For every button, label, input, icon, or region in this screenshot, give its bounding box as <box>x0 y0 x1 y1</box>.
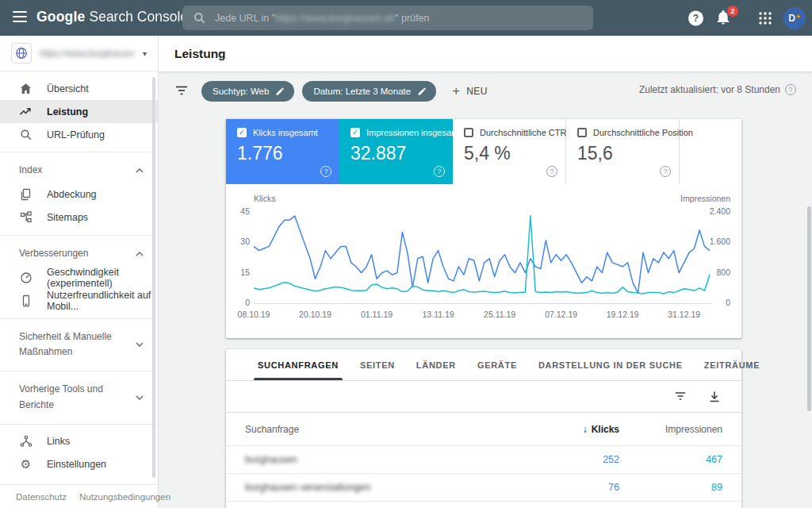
download-icon[interactable] <box>708 391 721 403</box>
logo-product: Search Console <box>89 9 188 25</box>
checkbox-icon[interactable] <box>464 128 473 137</box>
search-placeholder: Jede URL in "https://www.burghausen.at/"… <box>215 13 429 24</box>
page-title: Leistung <box>174 47 226 61</box>
tab-seiten[interactable]: SEITEN <box>360 349 395 380</box>
sidebar-item-geschwindigkeit[interactable]: Geschwindigkeit (experimentell) <box>0 267 158 290</box>
metric-card-impressionen[interactable]: ✓Impressionen insgesamt 32.887 ? <box>339 119 453 184</box>
sidebar-nav: Übersicht Leistung URL-Prüfung Index Abd… <box>0 71 158 508</box>
url-inspection-search-input[interactable]: Jede URL in "https://www.burghausen.at/"… <box>182 6 593 30</box>
checkbox-icon[interactable]: ✓ <box>237 128 247 137</box>
coverage-pages-icon <box>19 188 33 202</box>
filter-bar: Suchtyp: Web Datum: Letzte 3 Monate + NE… <box>174 79 796 104</box>
sidebar-item-leistung[interactable]: Leistung <box>0 100 158 123</box>
axis-tick-label: 1.600 <box>697 237 730 246</box>
column-header-klicks[interactable]: ↓Klicks <box>524 424 619 435</box>
series-line-Klicks <box>254 216 710 293</box>
sidebar-section-vorherige-tools[interactable]: Vorherige Tools und Berichte <box>0 377 158 418</box>
sidebar-item-uebersicht[interactable]: Übersicht <box>0 77 158 100</box>
tab-darstellung[interactable]: DARSTELLUNG IN DER SUCHE <box>538 349 683 380</box>
help-icon[interactable]: ? <box>660 166 671 177</box>
edit-pencil-icon <box>275 87 285 96</box>
sidebar-item-label: Einstellungen <box>47 459 106 470</box>
sidebar-footer: Datenschutz Nutzungsbedingungen <box>0 484 158 508</box>
metric-value: 5,4 % <box>464 143 556 164</box>
help-icon[interactable]: ? <box>688 10 703 25</box>
metric-value: 15,6 <box>577 143 669 164</box>
filter-chip-suchtyp[interactable]: Suchtyp: Web <box>201 81 294 102</box>
filter-chip-datum[interactable]: Datum: Letzte 3 Monate <box>302 81 436 102</box>
chevron-up-icon <box>136 252 144 256</box>
metric-value: 32.887 <box>350 143 443 164</box>
tab-geraete[interactable]: GERÄTE <box>477 349 517 380</box>
chevron-down-icon <box>136 395 144 400</box>
speedometer-icon <box>19 271 33 285</box>
table-tabs: SUCHANFRAGEN SEITEN LÄNDER GERÄTE DARSTE… <box>226 349 741 381</box>
sidebar-item-sitemaps[interactable]: Sitemaps <box>0 206 158 229</box>
avatar[interactable]: D+ <box>783 7 806 29</box>
plus-icon: + <box>452 83 460 99</box>
page-scrollbar[interactable] <box>807 206 811 411</box>
line-chart: Klicks Impressionen 45301502.4001.600800… <box>226 189 741 333</box>
tab-zeitraeume[interactable]: ZEITRÄUME <box>704 349 760 380</box>
google-apps-grid-icon[interactable] <box>758 11 772 25</box>
tab-suchanfragen[interactable]: SUCHANFRAGEN <box>258 349 339 380</box>
checkbox-icon[interactable]: ✓ <box>350 128 360 137</box>
axis-tick-label: 20.10.19 <box>288 310 343 319</box>
main-content: Suchtyp: Web Datum: Letzte 3 Monate + NE… <box>159 71 812 508</box>
mobile-phone-icon <box>19 294 33 308</box>
sidebar-item-einstellungen[interactable]: ⚙ Einstellungen <box>0 453 158 476</box>
axis-tick-label: 30 <box>226 237 250 246</box>
table-row[interactable]: burghausen veranstaltungen 76 89 <box>226 474 741 502</box>
axis-tick-label: 19.12.19 <box>595 310 650 319</box>
help-icon[interactable]: ? <box>785 84 796 95</box>
property-selector[interactable]: https://www.burghausen.at/ ▾ <box>0 36 158 71</box>
sidebar-item-links[interactable]: Links <box>0 430 158 453</box>
filter-list-icon[interactable] <box>174 85 189 98</box>
gear-icon: ⚙ <box>19 458 33 471</box>
sidebar-item-label: Geschwindigkeit (experimentell) <box>47 267 158 289</box>
filter-list-icon[interactable] <box>674 391 687 403</box>
axis-tick-label: 01.11.19 <box>349 310 404 319</box>
performance-chart-card: ✓Klicks insgesamt 1.776 ? ✓Impressionen … <box>226 119 741 338</box>
sidebar-item-url-pruefung[interactable]: URL-Prüfung <box>0 123 158 146</box>
column-header-impressionen[interactable]: Impressionen <box>619 424 722 435</box>
axis-tick-label: 800 <box>697 267 730 277</box>
privacy-link[interactable]: Datenschutz <box>16 492 67 502</box>
sidebar-item-mobile[interactable]: Nutzerfreundlichkeit auf Mobil... <box>0 290 158 313</box>
query-cell: burghausen <box>245 454 524 465</box>
help-icon[interactable]: ? <box>320 166 331 177</box>
sidebar-scrollbar[interactable] <box>152 77 155 478</box>
tab-laender[interactable]: LÄNDER <box>416 349 456 380</box>
terms-link[interactable]: Nutzungsbedingungen <box>79 492 170 502</box>
metric-card-ctr[interactable]: Durchschnittliche CTR 5,4 % ? <box>453 119 566 184</box>
sidebar-section-verbesserungen[interactable]: Verbesserungen <box>0 241 158 267</box>
sidebar-section-sicherheit[interactable]: Sicherheit & Manuelle Maßnahmen <box>0 325 158 366</box>
checkbox-icon[interactable] <box>577 128 587 137</box>
help-icon[interactable]: ? <box>434 166 445 177</box>
table-header-row: Suchanfrage ↓Klicks Impressionen <box>226 413 741 446</box>
metric-card-klicks[interactable]: ✓Klicks insgesamt 1.776 ? <box>226 119 339 184</box>
last-updated: Zuletzt aktualisiert: vor 8 Stunden ? <box>639 84 796 95</box>
sidebar-item-label: Leistung <box>47 106 88 117</box>
property-url: https://www.burghausen.at/ <box>40 48 135 58</box>
page-title-bar: Leistung <box>159 36 812 71</box>
table-toolbar <box>226 381 741 413</box>
divider <box>0 318 158 319</box>
chevron-down-icon: ▾ <box>143 49 147 58</box>
series-line-Impressionen <box>254 216 710 294</box>
search-icon <box>193 12 205 24</box>
sidebar: https://www.burghausen.at/ ▾ Übersicht L… <box>0 36 159 508</box>
notification-badge: 2 <box>727 6 738 17</box>
table-row[interactable]: burghausen 252 467 <box>226 446 741 474</box>
axis-tick-label: 07.12.19 <box>534 310 589 319</box>
app-logo[interactable]: GoogleSearch Console <box>36 9 188 25</box>
new-filter-button[interactable]: + NEU <box>452 83 487 99</box>
sidebar-section-index[interactable]: Index <box>0 158 158 183</box>
column-header-suchanfrage[interactable]: Suchanfrage <box>245 424 524 435</box>
help-icon[interactable]: ? <box>546 166 557 177</box>
metric-card-position[interactable]: Durchschnittliche Position 15,6 ? <box>566 119 680 184</box>
notifications-bell-icon[interactable]: 2 <box>716 10 733 27</box>
chevron-down-icon <box>136 342 144 347</box>
sidebar-item-abdeckung[interactable]: Abdeckung <box>0 183 158 206</box>
hamburger-menu-icon[interactable] <box>13 11 27 22</box>
